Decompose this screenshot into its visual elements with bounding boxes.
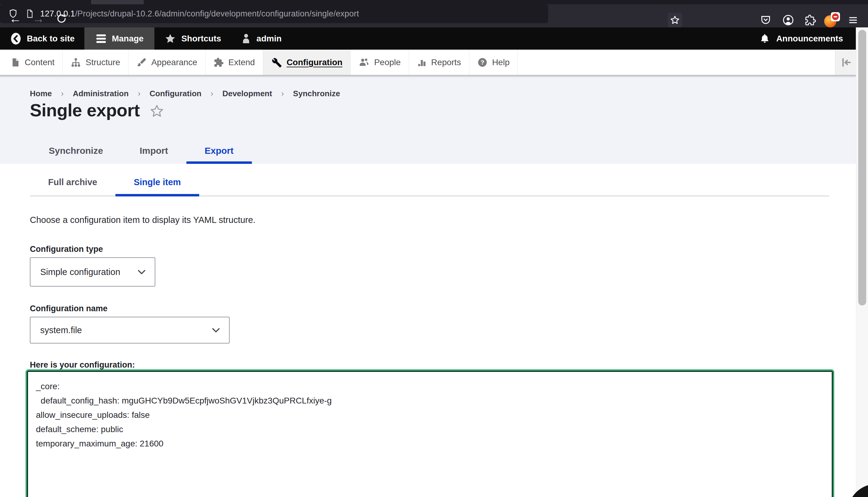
breadcrumb-separator: ›	[211, 89, 213, 98]
yaml-textarea[interactable]: _core: default_config_hash: mguGHCYb9Dw5…	[28, 372, 832, 497]
puzzle-icon	[213, 57, 224, 68]
announcements-button[interactable]: Announcements	[759, 27, 843, 49]
escape-admin-icon	[10, 32, 22, 46]
browser-active-tab-edge[interactable]	[91, 0, 144, 4]
admin-toolbar: Back to site Manage Shortcuts admin Anno…	[0, 27, 856, 49]
collapse-left-icon	[840, 56, 852, 69]
page-title: Single export	[30, 100, 140, 120]
scrollbar-thumb[interactable]	[858, 30, 866, 306]
menu-item-people[interactable]: People	[351, 49, 409, 75]
manage-hamburger-icon	[95, 33, 107, 44]
primary-tabs: Synchronize Import Export	[30, 140, 252, 164]
yaml-textarea-wrapper: _core: default_config_hash: mguGHCYb9Dw5…	[27, 371, 833, 497]
back-button[interactable]: ←	[6, 10, 24, 27]
config-type-value: Simple configuration	[40, 267, 120, 277]
menu-item-extend[interactable]: Extend	[205, 49, 263, 75]
bookmark-star-button[interactable]	[668, 13, 682, 27]
hamburger-icon	[848, 15, 858, 26]
breadcrumb-separator: ›	[138, 89, 140, 98]
menu-item-structure[interactable]: Structure	[63, 49, 129, 75]
user-icon	[241, 33, 252, 44]
config-name-select[interactable]: system.file	[30, 317, 230, 343]
breadcrumb-link-administration[interactable]: Administration	[73, 89, 129, 98]
file-icon	[10, 58, 20, 67]
announcements-label: Announcements	[776, 34, 843, 44]
tab-import[interactable]: Import	[121, 140, 186, 164]
paintbrush-icon	[137, 57, 147, 68]
page-header: Home › Administration › Configuration › …	[0, 75, 868, 164]
app-menu-button[interactable]	[845, 12, 861, 28]
bell-icon	[759, 33, 770, 44]
breadcrumb-link-development[interactable]: Development	[222, 89, 272, 98]
extension-badge-button[interactable]	[824, 12, 840, 28]
config-name-value: system.file	[40, 325, 82, 335]
admin-menu-bar: Content Structure Appearance Extend Conf…	[0, 49, 868, 75]
browser-toolbar: ← → 127.0.0.1/Projects/drupal-10.2.6/adm…	[0, 4, 868, 27]
menu-item-appearance[interactable]: Appearance	[129, 49, 205, 75]
add-shortcut-star-icon[interactable]	[149, 103, 165, 119]
config-type-label: Configuration type	[30, 244, 103, 254]
config-type-select[interactable]: Simple configuration	[30, 257, 155, 287]
pocket-icon	[760, 14, 771, 26]
secondary-tabs: Full archive Single item	[30, 171, 199, 196]
url-text: 127.0.0.1/Projects/drupal-10.2.6/admin/c…	[40, 9, 359, 18]
admin-user-label: admin	[256, 34, 281, 44]
reload-button[interactable]	[52, 10, 71, 27]
menu-item-content[interactable]: Content	[0, 49, 63, 75]
toolbar-collapse-button[interactable]	[835, 49, 856, 75]
manage-button[interactable]: Manage	[84, 27, 154, 49]
tab-single-item[interactable]: Single item	[115, 171, 199, 196]
yaml-output-label: Here is your configuration:	[30, 360, 135, 370]
url-path: /Projects/drupal-10.2.6/admin/config/dev…	[75, 9, 359, 18]
back-to-site-button[interactable]: Back to site	[0, 27, 84, 49]
help-icon: ?	[477, 57, 488, 68]
breadcrumb-separator: ›	[281, 89, 284, 98]
account-icon	[782, 14, 794, 26]
chevron-down-icon	[210, 324, 222, 336]
bookmark-star-icon	[669, 15, 680, 26]
intro-text: Choose a configuration item to display i…	[30, 215, 256, 225]
extensions-button[interactable]	[802, 12, 819, 28]
sitemap-icon	[71, 57, 81, 68]
reload-icon	[56, 13, 67, 24]
browser-tab-strip	[0, 0, 868, 4]
firefox-blocked-icon	[824, 12, 840, 28]
breadcrumb-link-home[interactable]: Home	[30, 89, 52, 98]
forward-button[interactable]: →	[29, 10, 47, 27]
pocket-button[interactable]	[758, 12, 773, 28]
bar-chart-icon	[417, 58, 427, 67]
chevron-down-icon	[136, 266, 147, 278]
menu-item-help[interactable]: ? Help	[469, 49, 518, 75]
breadcrumb-link-synchronize[interactable]: Synchronize	[293, 89, 340, 98]
menu-shadow	[0, 75, 868, 78]
menu-item-configuration[interactable]: Configuration	[263, 49, 351, 75]
account-button[interactable]	[780, 12, 796, 28]
menu-item-reports[interactable]: Reports	[409, 49, 469, 75]
main-content: Full archive Single item Choose a config…	[0, 164, 868, 497]
tab-export[interactable]: Export	[186, 140, 252, 164]
tab-full-archive[interactable]: Full archive	[30, 171, 115, 196]
address-bar[interactable]: 127.0.0.1/Projects/drupal-10.2.6/admin/c…	[0, 4, 548, 23]
extensions-icon	[805, 14, 816, 26]
svg-text:?: ?	[480, 59, 484, 66]
shortcuts-star-icon	[164, 32, 176, 45]
tab-synchronize[interactable]: Synchronize	[30, 140, 121, 164]
admin-user-button[interactable]: admin	[231, 27, 291, 49]
manage-label: Manage	[112, 34, 143, 44]
breadcrumb-link-configuration[interactable]: Configuration	[150, 89, 201, 98]
breadcrumb-separator: ›	[61, 89, 63, 98]
people-icon	[358, 57, 369, 68]
config-name-label: Configuration name	[30, 304, 108, 313]
breadcrumb: Home › Administration › Configuration › …	[30, 89, 340, 98]
shortcuts-label: Shortcuts	[181, 34, 221, 44]
wrench-icon	[271, 57, 282, 68]
shortcuts-button[interactable]: Shortcuts	[154, 27, 231, 49]
back-to-site-label: Back to site	[27, 34, 75, 44]
